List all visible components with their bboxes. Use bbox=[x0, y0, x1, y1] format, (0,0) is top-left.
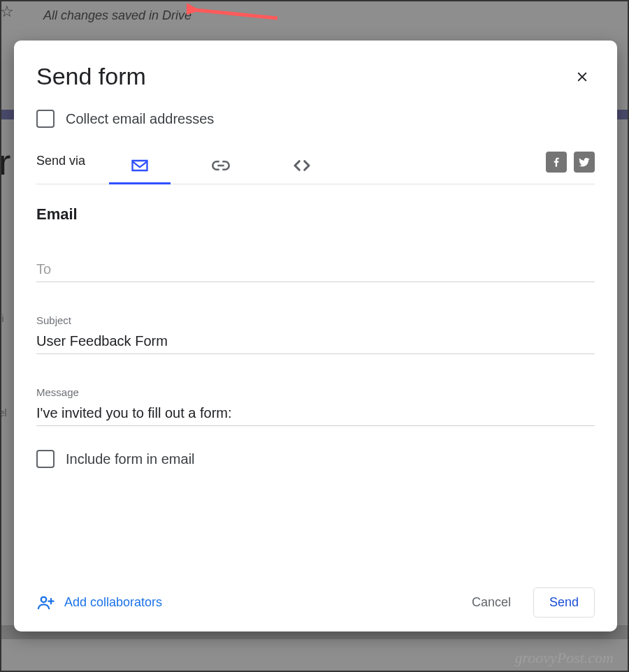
subject-field-group: Subject bbox=[36, 314, 595, 354]
mail-icon bbox=[130, 156, 150, 175]
share-twitter-button[interactable] bbox=[574, 152, 595, 173]
send-button[interactable]: Send bbox=[533, 587, 595, 618]
include-form-label: Include form in email bbox=[66, 451, 195, 467]
tab-embed[interactable] bbox=[261, 147, 342, 184]
tab-email[interactable] bbox=[99, 147, 180, 184]
annotation-arrow bbox=[187, 0, 281, 22]
message-field-group: Message bbox=[36, 386, 595, 426]
facebook-icon bbox=[550, 156, 563, 168]
send-via-label: Send via bbox=[36, 154, 99, 178]
close-button[interactable] bbox=[570, 64, 595, 89]
dialog-title: Send form bbox=[36, 63, 146, 90]
watermark: groovyPost.com bbox=[514, 649, 614, 667]
collect-email-label: Collect email addresses bbox=[66, 111, 214, 127]
add-collaborators-button[interactable]: Add collaborators bbox=[36, 593, 162, 613]
email-section-title: Email bbox=[36, 205, 595, 224]
message-input[interactable] bbox=[36, 402, 595, 426]
collect-email-checkbox[interactable] bbox=[36, 110, 55, 128]
autosave-status: All changes saved in Drive bbox=[43, 8, 191, 23]
svg-line-1 bbox=[194, 10, 277, 18]
message-label: Message bbox=[36, 386, 595, 398]
close-icon bbox=[574, 69, 590, 85]
star-icon: ☆ bbox=[0, 3, 14, 21]
cancel-button[interactable]: Cancel bbox=[456, 588, 526, 617]
add-collaborators-label: Add collaborators bbox=[64, 595, 162, 610]
background-text-fragment: r bbox=[0, 141, 10, 183]
send-form-dialog: Send form Collect email addresses Send v… bbox=[14, 41, 617, 631]
person-add-icon bbox=[36, 593, 56, 613]
to-input[interactable] bbox=[36, 258, 595, 282]
background-text-fragment: ti bbox=[0, 312, 4, 324]
subject-label: Subject bbox=[36, 314, 595, 326]
include-form-checkbox[interactable] bbox=[36, 450, 55, 468]
tab-link[interactable] bbox=[180, 147, 261, 184]
embed-icon bbox=[291, 155, 312, 176]
background-text-fragment: el bbox=[0, 407, 7, 418]
svg-point-2 bbox=[41, 597, 46, 601]
to-field-group bbox=[36, 258, 595, 282]
share-facebook-button[interactable] bbox=[546, 152, 567, 173]
twitter-icon bbox=[578, 156, 591, 168]
subject-input[interactable] bbox=[36, 330, 595, 354]
link-icon bbox=[211, 156, 231, 175]
